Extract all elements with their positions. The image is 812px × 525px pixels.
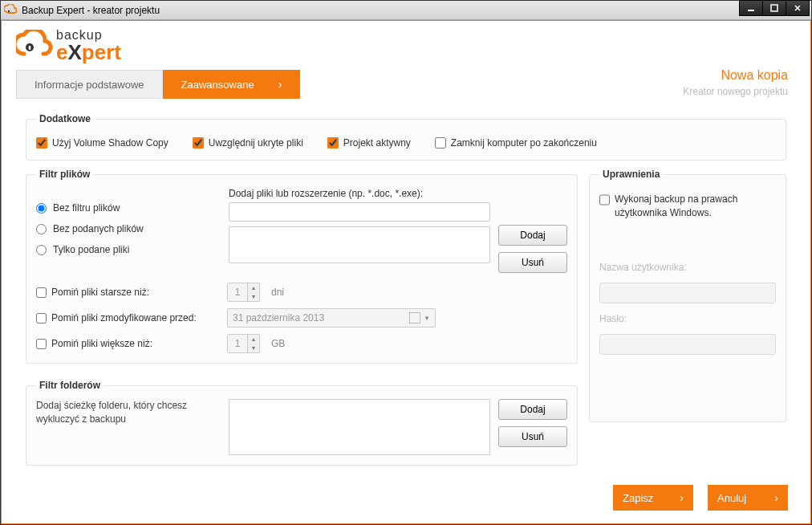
skip-big-checkbox[interactable]	[36, 339, 47, 349]
minimize-button[interactable]	[739, 0, 763, 16]
app-icon	[4, 4, 17, 17]
password-label: Hasło:	[599, 313, 776, 324]
remove-extension-button[interactable]: Usuń	[498, 252, 567, 273]
radio-no-filter-label: Bez filtru plików	[53, 202, 120, 214]
chevron-down-icon: ▼	[424, 315, 430, 322]
active-checkbox-row[interactable]: Projekt aktywny	[327, 137, 411, 149]
vss-label: Użyj Volume Shadow Copy	[52, 137, 168, 149]
tab-advanced[interactable]: Zaawansowane ›	[163, 70, 301, 99]
skip-big-label: Pomiń pliki większe niż:	[51, 338, 152, 349]
maximize-button[interactable]	[762, 0, 786, 16]
radio-without[interactable]	[36, 224, 47, 234]
permissions-fieldset: Uprawnienia Wykonaj backup na prawach uż…	[589, 169, 786, 422]
cancel-button[interactable]: Anuluj ›	[708, 485, 788, 511]
save-button-label: Zapisz	[623, 492, 653, 504]
run-as-checkbox-row[interactable]: Wykonaj backup na prawach użytkownika Wi…	[599, 193, 776, 220]
window-title: Backup Expert - kreator projektu	[22, 5, 160, 16]
folder-filter-fieldset: Filtr folderów Dodaj ścieżkę folderu, kt…	[26, 380, 578, 466]
folder-exclude-list[interactable]	[229, 399, 490, 455]
username-input[interactable]	[599, 283, 776, 303]
folder-filter-legend: Filtr folderów	[36, 380, 104, 391]
active-checkbox[interactable]	[327, 137, 339, 149]
radio-no-filter[interactable]	[36, 203, 47, 214]
tab-basic-label: Informacje podstawowe	[35, 79, 144, 91]
file-filter-fieldset: Filtr plików Bez filtru plików Bez podan…	[26, 169, 578, 364]
spin-down-icon[interactable]: ▼	[248, 292, 259, 301]
extension-list[interactable]	[229, 226, 490, 263]
skip-older-label: Pomiń pliki starsze niż:	[51, 287, 149, 298]
logo-text-e: e	[56, 40, 67, 64]
svg-point-0	[8, 10, 10, 11]
tab-basic-info[interactable]: Informacje podstawowe	[16, 70, 163, 99]
tab-advanced-label: Zaawansowane	[181, 79, 254, 91]
folder-filter-desc: Dodaj ścieżkę folderu, który chcesz wykl…	[36, 399, 221, 426]
skip-older-unit: dni	[271, 287, 284, 298]
radio-no-filter-row[interactable]: Bez filtru plików	[36, 202, 221, 214]
shutdown-checkbox[interactable]	[435, 137, 446, 149]
shutdown-label: Zamknij komputer po zakończeniu	[451, 137, 597, 149]
logo-text-x: X	[67, 40, 81, 64]
skip-mod-checkbox[interactable]	[36, 313, 47, 324]
radio-only[interactable]	[36, 245, 47, 255]
chevron-right-icon: ›	[278, 78, 282, 91]
chevron-right-icon: ›	[774, 491, 778, 504]
add-extension-button[interactable]: Dodaj	[498, 225, 567, 246]
skip-older-checkbox[interactable]	[36, 287, 47, 298]
extension-input[interactable]	[229, 202, 490, 222]
vss-checkbox[interactable]	[36, 137, 47, 149]
run-as-checkbox[interactable]	[599, 194, 610, 206]
skip-older-value[interactable]	[228, 283, 247, 301]
active-label: Projekt aktywny	[343, 137, 411, 149]
skip-mod-label: Pomiń pliki zmodyfikowane przed:	[51, 312, 197, 324]
chevron-right-icon: ›	[680, 491, 684, 504]
close-button[interactable]	[786, 0, 810, 16]
skip-older-spinner[interactable]: ▲▼	[227, 283, 260, 302]
page-title: Nowa kopia	[683, 68, 788, 83]
run-as-label: Wykonaj backup na prawach użytkownika Wi…	[615, 193, 776, 220]
add-ext-label: Dodaj pliki lub rozszerzenie (np. *.doc,…	[229, 188, 490, 199]
radio-only-label: Tylko podane pliki	[53, 244, 129, 255]
radio-only-row[interactable]: Tylko podane pliki	[36, 244, 221, 255]
svg-rect-2	[771, 5, 777, 11]
extras-fieldset: Dodatkowe Użyj Volume Shadow Copy Uwzglę…	[26, 113, 786, 161]
permissions-legend: Uprawnienia	[599, 169, 663, 180]
skip-mod-date-value: 31 października 2013	[233, 312, 324, 324]
hidden-checkbox-row[interactable]: Uwzględnij ukryte pliki	[193, 137, 303, 149]
calendar-icon	[409, 312, 420, 324]
hidden-label: Uwzględnij ukryte pliki	[209, 137, 303, 149]
skip-big-unit: GB	[271, 338, 285, 349]
file-filter-legend: Filtr plików	[36, 169, 93, 180]
vss-checkbox-row[interactable]: Użyj Volume Shadow Copy	[36, 137, 168, 149]
cancel-button-label: Anuluj	[717, 492, 746, 504]
radio-without-row[interactable]: Bez podanych plików	[36, 223, 221, 234]
radio-without-label: Bez podanych plików	[53, 223, 144, 234]
extras-legend: Dodatkowe	[36, 113, 94, 124]
svg-rect-1	[748, 10, 754, 11]
spin-down-icon[interactable]: ▼	[248, 344, 259, 352]
add-folder-button[interactable]: Dodaj	[498, 399, 567, 420]
spin-up-icon[interactable]: ▲	[248, 283, 259, 292]
app-logo: backup eXpert	[16, 29, 121, 63]
spin-up-icon[interactable]: ▲	[248, 335, 259, 344]
skip-big-value[interactable]	[228, 335, 247, 352]
skip-mod-datepicker[interactable]: 31 października 2013 ▼	[227, 308, 436, 328]
save-button[interactable]: Zapisz ›	[613, 485, 693, 511]
logo-text-pert: pert	[82, 40, 121, 64]
password-input[interactable]	[599, 334, 776, 355]
username-label: Nazwa użytkownika:	[599, 262, 776, 273]
shutdown-checkbox-row[interactable]: Zamknij komputer po zakończeniu	[435, 137, 597, 149]
skip-big-spinner[interactable]: ▲▼	[227, 334, 260, 353]
remove-folder-button[interactable]: Usuń	[498, 426, 567, 447]
page-subtitle: Kreator nowego projektu	[683, 86, 788, 97]
hidden-checkbox[interactable]	[193, 137, 204, 149]
svg-rect-4	[29, 46, 31, 50]
